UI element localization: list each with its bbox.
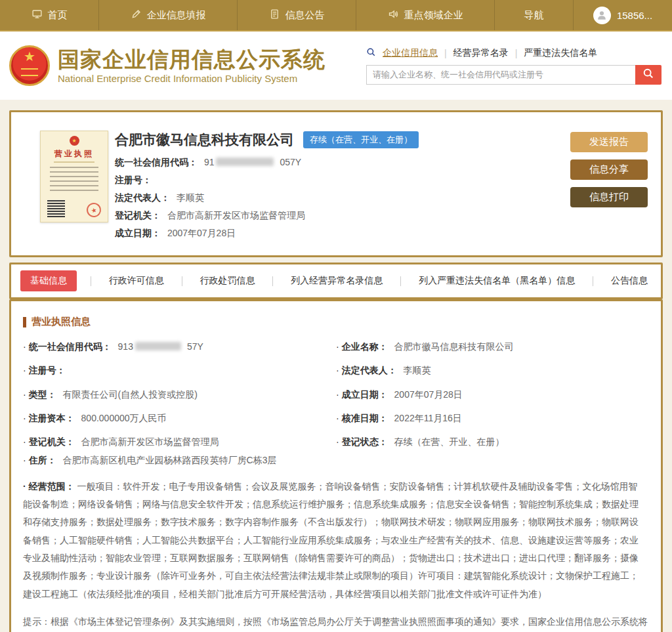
search-input[interactable] [366,65,635,85]
nav-item-announcements[interactable]: 信息公告 [238,0,356,30]
field-establishment-date: 成立日期： 2007年07月28日 [115,228,648,240]
license-notice-text: 提示：根据《市场主体登记管理条例》及其实施细则，按照《市场监管总局办公厅关于调整… [23,614,649,632]
monitor-icon [32,9,43,22]
search-button[interactable] [635,65,662,85]
nav-item-label: 首页 [48,9,68,22]
tab-abnormal-operations-list[interactable]: 列入经营异常名录信息 [287,275,387,287]
license-fields-grid: ·统一社会信用代码： 91357Y ·企业名称： 合肥市徽马信息科技有限公司 ·… [23,335,649,453]
redacted-credit-code [216,158,274,166]
document-icon [269,9,280,22]
field-registration-number: ·注册号： [23,358,336,382]
search-tab-serious-violations[interactable]: 严重违法失信名单 [524,47,597,59]
field-establishment-date: ·成立日期： 2007年07月28日 [336,383,649,406]
field-credit-code: 统一社会信用代码： 91057Y [115,157,648,169]
nav-item-navigation[interactable]: 导航 [495,0,574,30]
nav-item-home[interactable]: 首页 [0,0,99,30]
tab-administrative-license[interactable]: 行政许可信息 [105,275,168,287]
field-registered-capital: ·注册资本： 800.000000万人民币 [23,406,336,430]
tab-serious-violations-blacklist[interactable]: 列入严重违法失信名单（黑名单）信息 [415,275,579,287]
site-title: 国家企业信用信息公示系统 [58,47,326,72]
redacted-credit-code [135,342,181,350]
nav-item-label: 导航 [524,9,544,22]
license-title: 营业执照 [54,148,94,159]
field-registration-number: 注册号： [115,175,648,186]
nav-item-label: 信息公告 [285,9,325,22]
info-print-button[interactable]: 信息打印 [570,187,648,207]
national-emblem-icon: ★ [9,45,50,86]
speaker-icon [388,9,399,22]
field-legal-representative: 法定代表人： 李顺英 [115,192,648,204]
info-share-button[interactable]: 信息分享 [570,159,648,180]
send-report-button[interactable]: 发送报告 [570,132,648,152]
user-avatar-icon [593,7,611,24]
nav-item-label: 企业信息填报 [147,9,206,22]
tab-administrative-penalty[interactable]: 行政处罚信息 [196,275,259,287]
field-registration-authority: 登记机关： 合肥市高新开发区市场监督管理局 [115,210,648,222]
field-legal-representative: ·法定代表人： 李顺英 [336,358,649,382]
company-name: 合肥市徽马信息科技有限公司 [115,131,294,149]
license-emblem-icon: ★ [70,136,79,146]
search-block: 企业信用信息 | 经营异常名录 | 严重违法失信名单 [366,47,663,85]
field-credit-code: ·统一社会信用代码： 91357Y [23,335,336,358]
field-address: ·住所： 合肥市高新区机电产业园杨林路西段英特厂房C栋3层 [23,453,649,472]
field-registration-authority: ·登记机关： 合肥市高新开发区市场监督管理局 [23,430,336,453]
basic-info-content: 营业执照信息 ·统一社会信用代码： 91357Y ·企业名称： 合肥市徽马信息科… [9,299,663,632]
field-registration-status: ·登记状态： 存续（在营、开业、在册） [336,430,649,453]
nav-user-account[interactable]: 15856... [574,0,672,30]
section-title-business-license: 营业执照信息 [23,316,649,328]
top-navigation: 首页 企业信息填报 信息公告 重点领域企业 导航 15856... [0,0,672,32]
search-tabs: 企业信用信息 | 经营异常名录 | 严重违法失信名单 [366,47,662,59]
license-qr-code [47,200,65,217]
license-text-lines [50,167,98,194]
detail-tab-bar: 基础信息 行政许可信息 行政处罚信息 列入经营异常名录信息 列入严重违法失信名单… [9,263,663,299]
user-phone-label: 15856... [617,10,652,21]
tab-basic-info[interactable]: 基础信息 [20,270,77,291]
search-icon [642,68,654,81]
status-badge: 存续（在营、开业、在册） [303,131,419,148]
field-company-type: ·类型： 有限责任公司(自然人投资或控股) [23,383,336,406]
business-license-thumbnail: ★ 营业执照 ★ [40,131,108,222]
field-company-name: ·企业名称： 合肥市徽马信息科技有限公司 [336,335,649,358]
field-business-scope: ·经营范围： 一般项目：软件开发；电子专用设备销售；会议及展览服务；音响设备销售… [23,473,649,603]
nav-item-enterprise-filing[interactable]: 企业信息填报 [99,0,238,30]
nav-item-key-field-enterprises[interactable]: 重点领域企业 [356,0,495,30]
search-tab-abnormal-operations[interactable]: 经营异常名录 [453,47,509,59]
site-header: ★ 国家企业信用信息公示系统 National Enterprise Credi… [0,32,672,100]
nav-item-label: 重点领域企业 [404,9,463,22]
site-logo[interactable]: ★ 国家企业信用信息公示系统 National Enterprise Credi… [9,45,326,86]
main-content: ★ 营业执照 ★ 合肥市徽马信息科技有限公司 存续（在营、开业、在册） 统一社会… [0,100,672,632]
site-subtitle: National Enterprise Credit Information P… [58,73,326,84]
company-summary-card: ★ 营业执照 ★ 合肥市徽马信息科技有限公司 存续（在营、开业、在册） 统一社会… [9,110,663,257]
tab-announcements[interactable]: 公告信息 [607,275,652,287]
search-icon [366,47,376,59]
search-tab-enterprise-credit[interactable]: 企业信用信息 [383,47,438,59]
license-seal-icon: ★ [85,201,102,219]
field-approval-date: ·核准日期： 2022年11月16日 [336,406,649,430]
pen-icon [131,9,142,22]
